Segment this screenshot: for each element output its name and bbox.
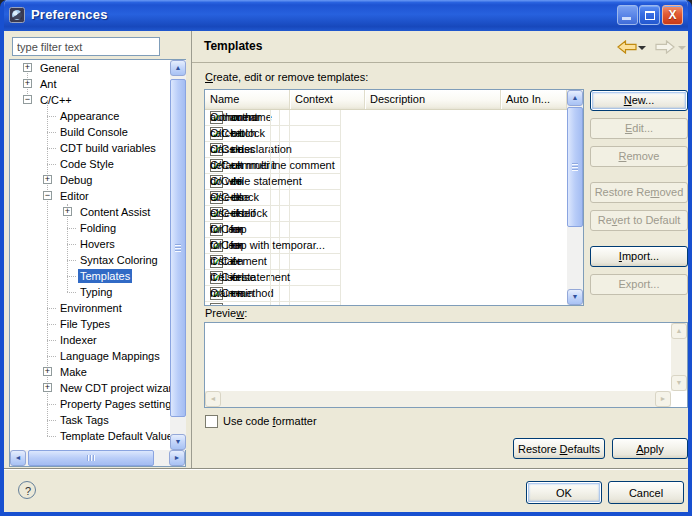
cancel-button[interactable]: Cancel [608,481,684,504]
tree-item-label: Appearance [58,109,121,123]
tree-hscroll-thumb[interactable] [28,450,154,466]
template-row-catch[interactable]: ✓catchC/C++catch blockon [205,126,567,142]
template-row-for[interactable]: ✓forC/C++for loopon [205,222,567,238]
restore-removed-button[interactable]: Restore Removed [590,182,688,203]
tree-scroll-thumb[interactable] [170,79,186,417]
column-header-description[interactable]: Description [365,90,501,109]
tree-item-appearance[interactable]: Appearance [10,108,170,124]
tree-item-label: Ant [38,77,59,91]
tree-item-folding[interactable]: Folding [10,220,170,236]
scroll-up-icon[interactable]: ▲ [170,60,186,76]
table-scroll-thumb[interactable] [567,107,583,227]
help-button[interactable]: ? [18,481,36,499]
remove-button[interactable]: Remove [590,146,688,167]
back-arrow-icon[interactable] [617,40,637,58]
auto-insert-cell: on [205,286,271,302]
back-history-caret-icon[interactable] [638,46,646,50]
tree-item-templates[interactable]: Templates [10,268,170,284]
pane-divider[interactable] [191,31,192,468]
tree-item-label: Folding [78,221,118,235]
template-row-if[interactable]: ✓ifC/C++if statementon [205,254,567,270]
tree-item-environment[interactable]: Environment [10,300,170,316]
templates-table: NameContextDescriptionAuto In... ✓author… [204,89,584,306]
tree-item-make[interactable]: +Make [10,364,170,380]
edit-button[interactable]: Edit... [590,118,688,139]
tree-item-property-pages-settings[interactable]: Property Pages settings [10,396,170,412]
column-header-context[interactable]: Context [290,90,365,109]
tree-item-label: Templates [78,269,132,283]
tree-stub [47,404,56,405]
revert-to-default-button[interactable]: Revert to Default [590,210,688,231]
tree-item-editor[interactable]: −Editor [10,188,170,204]
tree-horizontal-scrollbar[interactable]: ◄ ► [10,450,185,466]
ok-button[interactable]: OK [526,481,602,504]
auto-insert-cell: on [205,254,271,270]
template-row-namespace[interactable]: ✓namespaceC/C++namespace declarationon [205,302,567,305]
tree-stub [47,420,56,421]
minimize-button[interactable] [617,5,638,25]
tree-item-debug[interactable]: +Debug [10,172,170,188]
titlebar[interactable]: Preferences X [0,0,692,31]
tree-item-code-style[interactable]: Code Style [10,156,170,172]
scroll-left-icon[interactable]: ◄ [10,450,26,466]
tree-item-file-types[interactable]: File Types [10,316,170,332]
tree-item-typing[interactable]: Typing [10,284,170,300]
tree-item-ant[interactable]: +Ant [10,76,170,92]
close-button[interactable]: X [662,5,683,25]
tree-item-syntax-coloring[interactable]: Syntax Coloring [10,252,170,268]
tree-item-new-cdt-project-wizard[interactable]: +New CDT project wizard [10,380,170,396]
expand-icon[interactable]: + [43,367,52,376]
apply-button[interactable]: Apply [612,438,688,459]
tree-item-language-mappings[interactable]: Language Mappings [10,348,170,364]
tree-item-general[interactable]: +General [10,60,170,76]
template-row-for[interactable]: ✓forC/C++for loop with temporar...on [205,238,567,254]
template-row-comment[interactable]: ✓commentC/C++default multiline commenton [205,158,567,174]
template-row-else[interactable]: ✓elseC/C++else blockon [205,190,567,206]
app-icon [9,7,25,23]
scroll-down-icon[interactable]: ▼ [567,289,583,305]
maximize-button[interactable] [639,5,660,25]
tree-item-indexer[interactable]: Indexer [10,332,170,348]
collapse-icon[interactable]: − [43,191,52,200]
page-title: Templates [204,39,262,53]
table-vertical-scrollbar[interactable]: ▲ ▼ [567,90,583,305]
tree-item-build-console[interactable]: Build Console [10,124,170,140]
forward-history-caret-icon[interactable] [678,46,686,50]
expand-icon[interactable]: + [23,63,32,72]
scroll-right-icon[interactable]: ► [169,450,185,466]
preview-vertical-scrollbar: ▲ ▼ [671,323,687,391]
column-header-auto-in-[interactable]: Auto In... [501,90,567,109]
tree-item-cdt-build-variables[interactable]: CDT build variables [10,140,170,156]
close-icon: X [663,8,682,22]
template-row-do[interactable]: ✓doC/C++do while statementon [205,174,567,190]
forward-arrow-icon[interactable] [655,40,675,58]
new-button[interactable]: New... [590,90,688,111]
restore-defaults-button[interactable]: Restore Defaults [513,438,605,459]
template-row-main[interactable]: ✓mainC/C++main methodon [205,286,567,302]
tree-vertical-scrollbar[interactable]: ▲ ▼ [170,60,186,450]
expand-icon[interactable]: + [63,207,72,216]
tree-item-c-c-[interactable]: −C/C++ [10,92,170,108]
template-row-ifelse[interactable]: ✓ifelseC/C++if else statementon [205,270,567,286]
preferences-dialog: Preferences X +General+Ant−C/C++Appearan… [0,0,692,516]
preview-textarea[interactable]: ▲ ▼ ◄ ► [204,322,688,408]
import-button[interactable]: Import... [590,246,688,267]
template-row-author[interactable]: ✓authorCommentauthor nameon [205,110,567,126]
template-row-elseif[interactable]: ✓elseifC/C++else if blockon [205,206,567,222]
scroll-down-icon[interactable]: ▼ [170,434,186,450]
column-header-name[interactable]: Name [205,90,290,109]
tree-item-hovers[interactable]: Hovers [10,236,170,252]
tree-item-label: CDT build variables [58,141,158,155]
tree-item-content-assist[interactable]: +Content Assist [10,204,170,220]
template-row-class[interactable]: ✓classC/C++class declarationon [205,142,567,158]
expand-icon[interactable]: + [43,383,52,392]
filter-input[interactable] [12,37,160,56]
expand-icon[interactable]: + [23,79,32,88]
use-code-formatter-checkbox[interactable] [205,415,218,428]
export-button[interactable]: Export... [590,274,688,295]
expand-icon[interactable]: + [43,175,52,184]
scroll-up-icon[interactable]: ▲ [567,90,583,106]
tree-item-template-default-values[interactable]: Template Default Values [10,428,170,444]
tree-item-task-tags[interactable]: Task Tags [10,412,170,428]
collapse-icon[interactable]: − [23,95,32,104]
